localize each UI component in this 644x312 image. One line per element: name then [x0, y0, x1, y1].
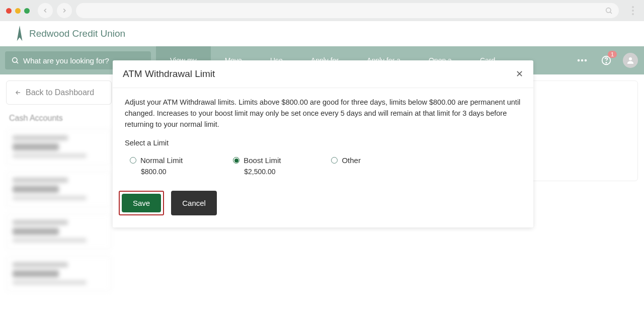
search-icon	[605, 7, 613, 15]
close-icon[interactable]: ✕	[516, 68, 523, 80]
account-card[interactable]	[6, 171, 112, 207]
modal-title: ATM Withdrawal Limit	[123, 68, 215, 80]
cancel-button[interactable]: Cancel	[171, 191, 217, 215]
modal-header: ATM Withdrawal Limit ✕	[113, 60, 533, 88]
nav-right: 1	[575, 53, 638, 68]
url-bar[interactable]	[76, 3, 619, 18]
option-normal-limit[interactable]: Normal Limit $800.00	[130, 156, 183, 176]
maximize-window-icon[interactable]	[24, 8, 30, 14]
option-other[interactable]: Other	[331, 156, 361, 176]
select-limit-label: Select a Limit	[125, 139, 521, 147]
option-amount: $800.00	[141, 168, 183, 176]
arrow-left-icon	[15, 89, 22, 96]
svg-point-0	[606, 8, 611, 13]
radio-icon	[331, 157, 338, 164]
browser-menu-icon[interactable]	[628, 6, 638, 15]
modal-body: Adjust your ATM Withdrawal limits. Limit…	[113, 88, 533, 227]
close-window-icon[interactable]	[6, 8, 12, 14]
search-placeholder: What are you looking for?	[23, 56, 109, 65]
sidebar: Back to Dashboard Cash Accounts	[6, 81, 112, 292]
svg-point-1	[13, 58, 17, 62]
logo-area: Redwood Credit Union	[0, 21, 644, 46]
notification-badge: 1	[608, 51, 617, 58]
minimize-window-icon[interactable]	[15, 8, 21, 14]
avatar[interactable]	[623, 53, 638, 68]
svg-point-6	[606, 62, 606, 63]
back-to-dashboard[interactable]: Back to Dashboard	[6, 81, 112, 105]
forward-button[interactable]	[57, 3, 72, 18]
search-icon	[11, 56, 19, 64]
modal-description: Adjust your ATM Withdrawal limits. Limit…	[125, 97, 521, 130]
option-label: Other	[342, 156, 361, 165]
radio-icon	[233, 157, 239, 164]
svg-point-3	[581, 59, 583, 61]
accounts-section-label: Cash Accounts	[6, 114, 112, 123]
option-label: Normal Limit	[140, 156, 183, 165]
back-button[interactable]	[38, 3, 53, 18]
atm-limit-modal: ATM Withdrawal Limit ✕ Adjust your ATM W…	[113, 60, 533, 227]
brand-logo-icon	[15, 25, 24, 43]
browser-chrome	[0, 0, 644, 21]
limit-options: Normal Limit $800.00 Boost Limit $2,500.…	[125, 156, 521, 176]
back-label: Back to Dashboard	[26, 88, 94, 97]
option-amount: $2,500.00	[244, 168, 281, 176]
svg-point-2	[578, 59, 580, 61]
svg-point-7	[629, 57, 632, 60]
option-boost-limit[interactable]: Boost Limit $2,500.00	[233, 156, 281, 176]
save-button[interactable]: Save	[122, 194, 161, 212]
radio-icon	[130, 157, 136, 164]
svg-point-4	[585, 59, 587, 61]
more-icon[interactable]	[575, 53, 590, 68]
account-card[interactable]	[6, 213, 112, 250]
option-label: Boost Limit	[244, 156, 281, 165]
window-controls	[6, 8, 30, 14]
help-icon[interactable]: 1	[599, 53, 614, 68]
account-card[interactable]	[6, 129, 112, 165]
account-card[interactable]	[6, 256, 112, 292]
brand-name: Redwood Credit Union	[29, 28, 125, 39]
modal-actions: Save Cancel	[119, 191, 521, 215]
save-highlight: Save	[119, 191, 164, 215]
